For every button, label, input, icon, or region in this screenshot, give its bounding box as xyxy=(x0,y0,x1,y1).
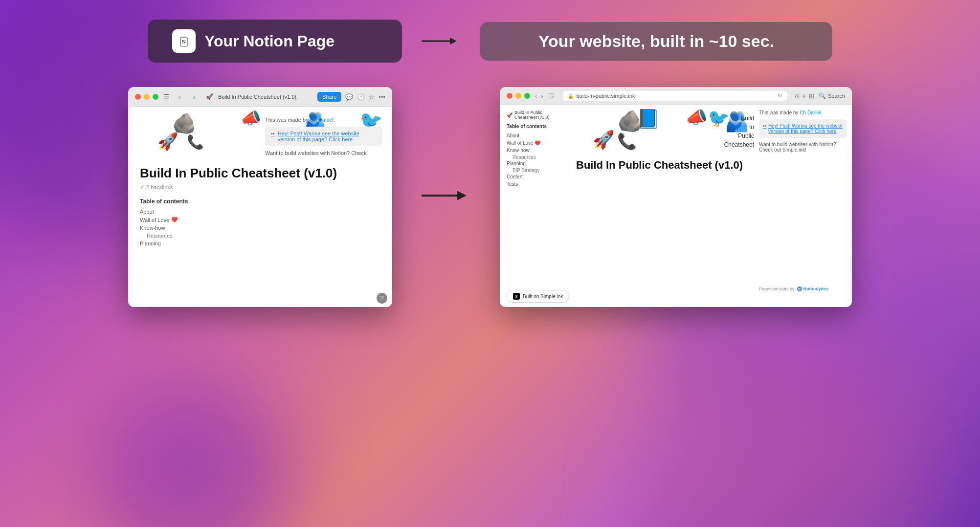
bg-blob-5 xyxy=(638,331,931,527)
built-on-label: Built on Simple.ink xyxy=(523,294,563,299)
si-toc-content[interactable]: Content xyxy=(507,173,561,180)
si-toc-bip[interactable]: BiP Strategy xyxy=(507,167,561,173)
notion-toc-title: Table of contents xyxy=(140,198,380,205)
website-pill-text: Your website, built in ~10 sec. xyxy=(510,32,803,51)
si-toc-knowhow[interactable]: Know-how xyxy=(507,147,561,154)
notion-icon: N xyxy=(172,29,196,53)
toc-item-planning[interactable]: Planning xyxy=(140,240,380,247)
forward-btn[interactable]: › xyxy=(189,92,199,102)
notion-right-panel: This was made by Ch Daniel. •• Hey! Psst… xyxy=(265,117,382,156)
simpleink-hero-title: Build In Public Cheatsheet (v1.0) xyxy=(576,159,746,172)
simpleink-main: 🪨 📣 📘 🫂 🐦 📞 🚀 Build In Public Cheatsheet xyxy=(568,105,754,307)
simpleink-made-by: This was made by Ch Daniel. xyxy=(759,110,847,115)
search-area: 🔍 Search xyxy=(819,92,845,99)
tl-green xyxy=(153,94,158,100)
top-bar: N Your Notion Page Your website, built i… xyxy=(0,20,980,63)
right-browser-content: 🚀 Build In Public Cheatsheet (v1.0) Tabl… xyxy=(500,105,852,307)
back-btn[interactable]: ‹ xyxy=(175,92,184,102)
notion-backlinks: ✓ 2 backlinks xyxy=(140,184,380,190)
notion-pill: N Your Notion Page xyxy=(148,20,402,63)
right-back-btn[interactable]: ‹ xyxy=(534,92,538,100)
comment-icon: 💬 xyxy=(345,93,353,101)
traffic-lights-left xyxy=(135,94,158,100)
top-arrow xyxy=(422,34,461,48)
emoji-megaphone: 📣 xyxy=(241,108,261,128)
si-emoji-phone: 📞 xyxy=(617,132,637,151)
simpleink-logo-icon: S xyxy=(513,293,520,300)
si-toc-planning[interactable]: Planning xyxy=(507,160,561,167)
si-emoji-blue-thing: 📘 xyxy=(637,108,660,130)
right-browser-window: ‹ › 🛡 🔒 build-in-public.simple.ink ↻ ⎋ +… xyxy=(500,87,852,307)
notion-actions: Share 💬 🕐 ☆ ••• xyxy=(317,92,385,102)
tl-red-r xyxy=(507,93,512,99)
simpleink-layout: 🚀 Build In Public Cheatsheet (v1.0) Tabl… xyxy=(500,105,852,307)
si-nav-cheatsheet[interactable]: Cheatsheet xyxy=(724,141,754,148)
right-actions: ⎋ + ⊞ xyxy=(795,92,815,100)
grid-icon[interactable]: ⊞ xyxy=(809,92,815,100)
toc-item-resources[interactable]: Resources xyxy=(140,232,380,240)
emoji-rocket: 🚀 xyxy=(157,132,178,151)
website-pill: Your website, built in ~10 sec. xyxy=(480,22,832,61)
right-browser-chrome: ‹ › 🛡 🔒 build-in-public.simple.ink ↻ ⎋ +… xyxy=(500,87,852,105)
toc-item-wall-of-love[interactable]: Wall of Love ❤️ xyxy=(140,216,380,224)
simpleink-footer: S Built on Simple.ink xyxy=(500,290,852,303)
center-arrow xyxy=(422,184,470,211)
si-emoji-megaphone: 📣 xyxy=(686,107,708,128)
si-emoji-rocket: 🚀 xyxy=(593,130,615,150)
svg-marker-5 xyxy=(457,191,467,200)
share-button[interactable]: Share xyxy=(317,92,341,102)
more-icon: ••• xyxy=(379,93,385,101)
notion-check-text: Want to build websites with Notion? Chec… xyxy=(265,150,382,156)
toc-item-about[interactable]: About xyxy=(140,208,380,216)
svg-text:N: N xyxy=(182,39,186,44)
left-browser-window: ☰ ‹ › 🚀 Build In Public Cheatsheet (v1.0… xyxy=(128,87,392,307)
emoji-phone: 📞 xyxy=(187,134,204,150)
notion-callout[interactable]: •• Hey! Psst! Wanna see the website vers… xyxy=(265,127,382,146)
clock-icon: 🕐 xyxy=(357,93,365,101)
simpleink-check-text: Want to build websites with Notion? Chec… xyxy=(759,142,847,153)
si-toc-about[interactable]: About xyxy=(507,132,561,139)
right-forward-btn[interactable]: › xyxy=(540,92,544,100)
si-toc-wall[interactable]: Wall of Love ❤️ xyxy=(507,139,561,147)
traffic-lights-right xyxy=(507,93,530,99)
right-nav-btns: ‹ › xyxy=(534,92,544,100)
simpleink-callout[interactable]: •• Hey! Psst! Wanna see the website vers… xyxy=(759,119,847,138)
emoji-sphere: 🪨 xyxy=(172,112,197,135)
search-label[interactable]: Search xyxy=(828,93,845,99)
notion-menu-icon: ☰ xyxy=(163,93,170,101)
share-icon[interactable]: ⎋ xyxy=(795,92,799,100)
si-toc-tests[interactable]: Tests xyxy=(507,180,561,188)
tl-red xyxy=(135,94,141,100)
add-tab-icon[interactable]: + xyxy=(802,92,806,100)
browsers-area: ☰ ‹ › 🚀 Build In Public Cheatsheet (v1.0… xyxy=(0,87,980,307)
si-emoji-sphere: 🪨 xyxy=(617,109,643,133)
toc-item-know-how[interactable]: Know-how xyxy=(140,224,380,232)
notion-made-by: This was made by Ch Daniel. xyxy=(265,117,382,123)
si-nav-build[interactable]: Build xyxy=(741,115,754,122)
notion-page-title: Build In Public Cheatsheet (v1.0) xyxy=(140,166,380,181)
left-browser-chrome: ☰ ‹ › 🚀 Build In Public Cheatsheet (v1.0… xyxy=(128,87,392,107)
si-nav-public[interactable]: Public xyxy=(738,132,754,139)
built-on-button[interactable]: S Built on Simple.ink xyxy=(507,290,569,303)
notion-author-link[interactable]: Ch Daniel xyxy=(310,117,334,123)
shield-icon: 🛡 xyxy=(548,92,555,100)
refresh-icon[interactable]: ↻ xyxy=(778,92,782,99)
si-nav-in[interactable]: In xyxy=(749,124,754,131)
notion-help-btn[interactable]: ? xyxy=(377,293,387,304)
notion-pill-text: Your Notion Page xyxy=(204,32,334,50)
simpleink-page-title-sidebar: 🚀 Build In Public Cheatsheet (v1.0) xyxy=(507,110,561,120)
simpleink-toc-header: Table of contents xyxy=(507,124,561,129)
si-toc-resources[interactable]: Resources xyxy=(507,154,561,160)
left-browser-content: 🪨 📣 🫂 🐦 📞 🚀 Build In Public Cheatsheet (… xyxy=(128,107,392,307)
url-bar[interactable]: 🔒 build-in-public.simple.ink ↻ xyxy=(563,91,787,101)
star-icon: ☆ xyxy=(369,93,375,101)
simpleink-author-link[interactable]: Ch Daniel xyxy=(800,110,821,115)
simpleink-right-panel: This was made by Ch Daniel. •• Hey! Psst… xyxy=(754,105,852,307)
lock-icon: 🔒 xyxy=(568,93,574,99)
left-browser-tab-title: Build In Public Cheatsheet (v1.0) xyxy=(218,94,312,100)
tl-green-r xyxy=(524,93,530,99)
url-text: build-in-public.simple.ink xyxy=(577,93,635,99)
simpleink-sidebar: 🚀 Build In Public Cheatsheet (v1.0) Tabl… xyxy=(500,105,568,307)
si-nav-items: Build In Public Cheatsheet xyxy=(724,115,754,148)
url-bar-icons: ↻ xyxy=(778,92,782,99)
